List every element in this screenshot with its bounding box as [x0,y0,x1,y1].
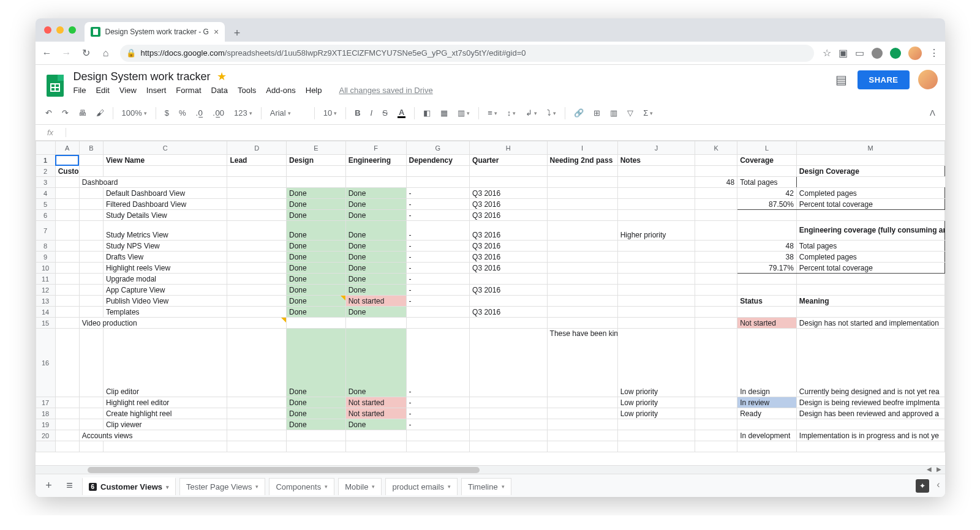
row-18[interactable]: 18 Create highlight reel DoneNot started… [36,408,944,419]
row-8[interactable]: 8 Study NPS View DoneDone -Q3 2016 48Tot… [36,241,944,252]
doc-title[interactable]: Design System work tracker [74,70,211,83]
num-format-select[interactable]: 123 [230,106,256,120]
sheet-tab-tester[interactable]: Tester Page Views▾ [179,478,265,495]
sheet-tab-timeline[interactable]: Timeline▾ [461,478,511,495]
wrap-icon[interactable]: ↲ [522,106,541,120]
share-button[interactable]: SHARE [858,70,909,89]
scroll-right-icon[interactable]: ▶ [937,466,941,472]
reload-icon[interactable]: ↻ [81,47,92,59]
redo-icon[interactable]: ↷ [58,106,72,120]
row-14[interactable]: 14 Templates DoneDone Q3 2016 [36,307,944,318]
sheets-logo-icon[interactable] [43,70,67,102]
decrease-decimal-button[interactable]: .0̲ [192,106,207,120]
add-sheet-button[interactable]: + [40,479,58,492]
rotate-icon[interactable]: ⤵ [543,106,560,120]
close-dot[interactable] [44,26,51,34]
increase-decimal-button[interactable]: .0̲0 [209,106,228,120]
cast-icon[interactable]: ▭ [855,47,864,59]
row-16[interactable]: 16 Clip editor DoneDone - These have bee… [36,329,944,397]
row-4[interactable]: 4 Default Dashboard View DoneDone -Q3 20… [36,188,944,199]
extension-icon-2[interactable] [890,48,901,59]
star-doc-icon[interactable]: ★ [217,70,227,83]
fill-color-icon[interactable]: ◧ [420,106,434,120]
explore-icon[interactable]: ✦ [916,479,929,493]
maximize-dot[interactable] [69,26,76,34]
sidebar-toggle-icon[interactable]: ‹ [937,479,940,493]
bold-button[interactable]: B [351,106,364,120]
close-tab-icon[interactable]: × [214,27,219,37]
chart-icon[interactable]: ▥ [606,106,621,120]
account-avatar[interactable] [918,70,938,89]
menu-tools[interactable]: Tools [238,86,256,95]
print-icon[interactable]: 🖶 [75,106,90,120]
scroll-left-icon[interactable]: ◀ [927,466,932,472]
row-20[interactable]: 20 Accounts views In developmentImplemen… [36,430,944,441]
menu-format[interactable]: Format [176,86,201,95]
undo-icon[interactable]: ↶ [42,106,56,120]
menu-view[interactable]: View [119,86,137,95]
sheet-tab-components[interactable]: Components▾ [269,478,334,495]
forward-icon[interactable]: → [61,48,72,59]
row-9[interactable]: 9 Drafts View DoneDone -Q3 2016 38Comple… [36,252,944,263]
scrollbar-thumb[interactable] [88,467,480,473]
row-5[interactable]: 5 Filtered Dashboard View DoneDone -Q3 2… [36,199,944,210]
row-6[interactable]: 6 Study Details View DoneDone -Q3 2016 [36,210,944,221]
paint-format-icon[interactable]: 🖌 [92,106,108,120]
browser-tab[interactable]: Design System work tracker - G × [85,22,225,42]
strike-button[interactable]: S [379,106,391,120]
url-input[interactable]: 🔒 https://docs.google.com/spreadsheets/d… [120,45,814,62]
menu-data[interactable]: Data [211,86,228,95]
column-headers[interactable]: ABCDEFGHIJKLM [36,141,944,155]
selected-cell[interactable] [55,155,79,166]
row-1[interactable]: 1 View Name Lead Design Engineering Depe… [36,155,944,166]
row-15[interactable]: 15 Video production Not startedDesign ha… [36,318,944,329]
camera-icon[interactable]: ▣ [839,47,848,59]
new-tab-button[interactable]: + [228,24,246,42]
menu-file[interactable]: File [74,86,86,95]
spreadsheet-grid[interactable]: ABCDEFGHIJKLM 1 View Name Lead Design En… [36,141,945,465]
zoom-select[interactable]: 100% [118,106,151,120]
sheet-tab-emails[interactable]: product emails▾ [385,478,458,495]
row-2[interactable]: 2 Customer Design Coverage [36,166,944,177]
halign-icon[interactable]: ≡ [484,106,501,120]
row-12[interactable]: 12 App Capture View DoneDone -Q3 2016 [36,285,944,296]
currency-button[interactable]: $ [161,106,173,120]
row-11[interactable]: 11 Upgrade modal DoneDone - [36,274,944,285]
italic-button[interactable]: I [367,106,377,120]
row-19[interactable]: 19 Clip viewer DoneDone - [36,419,944,430]
menu-addons[interactable]: Add-ons [266,86,295,95]
sheet-tab-mobile[interactable]: Mobile▾ [338,478,382,495]
row-17[interactable]: 17 Highlight reel editor DoneNot started… [36,397,944,408]
comments-icon[interactable]: ▤ [833,72,849,88]
row-extra[interactable] [36,441,944,452]
horizontal-scrollbar[interactable]: ◀▶ [36,465,945,474]
kebab-menu-icon[interactable]: ⋮ [929,47,939,59]
font-size-select[interactable]: 10 [320,106,341,120]
font-select[interactable]: Arial [266,106,309,120]
row-7[interactable]: 7 Study Metrics View DoneDone -Q3 2016 H… [36,221,944,241]
valign-icon[interactable]: ↕ [503,106,520,120]
row-13[interactable]: 13 Publish Video View DoneNot started - … [36,296,944,307]
back-icon[interactable]: ← [42,48,53,59]
link-icon[interactable]: 🔗 [570,106,587,120]
row-3[interactable]: 3 Dashboard 48Total pages [36,177,944,188]
borders-icon[interactable]: ▦ [437,106,451,120]
menu-insert[interactable]: Insert [146,86,167,95]
expand-toolbar-icon[interactable]: ᐱ [926,106,939,120]
percent-button[interactable]: % [175,106,190,120]
text-color-button[interactable]: A [394,106,409,121]
menu-edit[interactable]: Edit [96,86,109,95]
comment-icon[interactable]: ⊞ [590,106,604,120]
menu-help[interactable]: Help [306,86,322,95]
home-icon[interactable]: ⌂ [100,48,111,59]
star-icon[interactable]: ☆ [823,47,831,59]
functions-icon[interactable]: Σ [639,106,657,120]
profile-avatar[interactable] [908,47,922,60]
sheet-tab-customer-views[interactable]: 6 Customer Views▾ [82,477,176,495]
merge-icon[interactable]: ▥ [454,106,473,120]
filter-icon[interactable]: ▽ [624,106,637,120]
row-10[interactable]: 10 Highlight reels View DoneDone -Q3 201… [36,263,944,274]
extension-icon-1[interactable] [872,48,883,59]
all-sheets-button[interactable]: ≡ [61,479,78,492]
minimize-dot[interactable] [56,26,64,34]
